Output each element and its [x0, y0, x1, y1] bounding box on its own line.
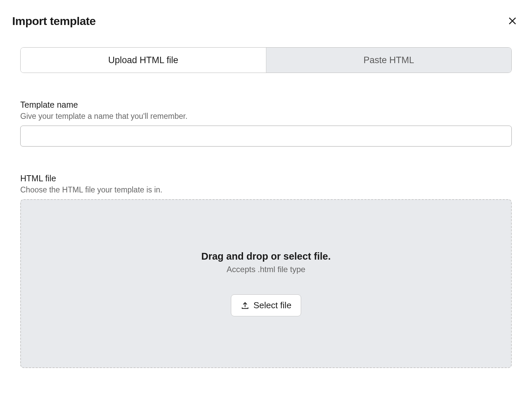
upload-icon — [241, 301, 249, 310]
select-file-button[interactable]: Select file — [231, 294, 301, 316]
dropzone-subtitle: Accepts .html file type — [227, 265, 305, 274]
tab-upload-html-file[interactable]: Upload HTML file — [21, 48, 266, 73]
dropzone-title: Drag and drop or select file. — [201, 251, 331, 262]
tab-paste-html[interactable]: Paste HTML — [266, 48, 512, 73]
tab-group: Upload HTML file Paste HTML — [20, 47, 512, 73]
close-icon — [508, 16, 517, 26]
modal-content: Upload HTML file Paste HTML Template nam… — [12, 47, 520, 368]
template-name-hint: Give your template a name that you'll re… — [20, 112, 512, 121]
select-file-label: Select file — [254, 300, 292, 311]
modal-title: Import template — [12, 15, 96, 28]
template-name-group: Template name Give your template a name … — [20, 100, 512, 147]
close-button[interactable] — [505, 14, 520, 28]
html-file-label: HTML file — [20, 174, 512, 183]
html-file-hint: Choose the HTML file your template is in… — [20, 185, 512, 194]
template-name-input[interactable] — [20, 126, 512, 147]
file-dropzone[interactable]: Drag and drop or select file. Accepts .h… — [20, 199, 512, 368]
html-file-group: HTML file Choose the HTML file your temp… — [20, 174, 512, 368]
template-name-label: Template name — [20, 100, 512, 110]
modal-header: Import template — [12, 14, 520, 28]
